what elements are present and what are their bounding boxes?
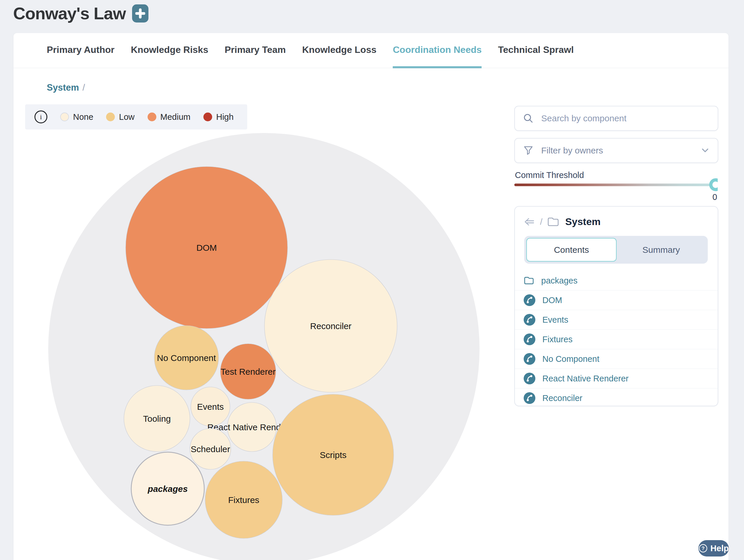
panel-contents-list: packagesDOMEventsFixturesNo ComponentRea… <box>515 271 718 408</box>
bubble-label: Reconciler <box>310 321 351 331</box>
component-icon <box>524 392 535 404</box>
panel-tab-summary[interactable]: Summary <box>617 238 706 262</box>
panel-tab-contents[interactable]: Contents <box>526 238 617 262</box>
panel-item-reconciler[interactable]: Reconciler <box>515 388 718 408</box>
system-panel-header: / System <box>524 216 600 227</box>
bubble-label: DOM <box>196 243 217 253</box>
bubble-label: Test Renderer <box>221 367 275 376</box>
panel-item-label: DOM <box>543 296 562 305</box>
bubble-label: Fixtures <box>228 495 260 505</box>
plus-icon <box>135 8 145 18</box>
bubble-label: packages <box>148 484 188 494</box>
component-icon <box>524 334 535 345</box>
component-icon <box>524 353 535 365</box>
component-icon <box>524 373 535 384</box>
panel-tab-switcher: ContentsSummary <box>524 236 708 264</box>
info-icon[interactable]: i <box>35 110 47 123</box>
svg-text:?: ? <box>702 546 705 551</box>
bubble-label: Scripts <box>320 450 346 460</box>
help-label: Help <box>710 544 729 553</box>
chevron-down-icon <box>701 146 709 155</box>
legend-dot-low <box>106 113 115 121</box>
legend-item-medium: Medium <box>148 112 190 122</box>
component-icon <box>524 294 535 306</box>
page: Conway's Law Primary AuthorKnowledge Ris… <box>0 0 744 560</box>
tab-coordination-needs[interactable]: Coordination Needs <box>393 44 482 68</box>
commit-threshold-slider[interactable]: 0 <box>514 177 718 204</box>
tab-knowledge-risks[interactable]: Knowledge Risks <box>131 44 208 68</box>
tab-primary-author[interactable]: Primary Author <box>47 44 115 68</box>
app-title-text: Conway's Law <box>13 3 126 23</box>
bubble-chart[interactable]: DOMReconcilerNo ComponentTest RendererEv… <box>0 126 497 560</box>
panel-item-dom[interactable]: DOM <box>515 290 718 310</box>
page-title: Conway's Law <box>13 3 148 23</box>
breadcrumb[interactable]: System/ <box>47 82 85 93</box>
breadcrumb-separator: / <box>82 82 85 92</box>
panel-item-react-native-renderer[interactable]: React Native Renderer <box>515 369 718 388</box>
component-icon <box>524 314 535 326</box>
system-panel: / System ContentsSummary packagesDOMEven… <box>514 206 718 406</box>
question-icon: ? <box>698 544 708 553</box>
legend-label: Medium <box>160 112 190 122</box>
breadcrumb-current[interactable]: System <box>47 82 79 92</box>
panel-item-label: Reconciler <box>543 394 583 403</box>
tab-technical-sprawl[interactable]: Technical Sprawl <box>498 44 573 68</box>
bubble-label: No Component <box>157 353 216 363</box>
panel-item-label: packages <box>541 276 578 286</box>
legend-label: Low <box>119 112 135 122</box>
folder-icon <box>524 276 534 285</box>
bubble-label: Tooling <box>143 414 171 423</box>
back-icon[interactable] <box>524 218 535 226</box>
help-button[interactable]: ? Help <box>698 540 729 557</box>
tab-bar: Primary AuthorKnowledge RisksPrimary Tea… <box>47 44 573 68</box>
filter-placeholder: Filter by owners <box>541 146 693 155</box>
panel-item-label: React Native Renderer <box>543 374 629 383</box>
bubble-label: Events <box>197 402 224 412</box>
panel-item-fixtures[interactable]: Fixtures <box>515 329 718 349</box>
legend-label: High <box>216 112 234 122</box>
search-input[interactable]: Search by component <box>541 113 709 123</box>
panel-item-no-component[interactable]: No Component <box>515 349 718 369</box>
panel-item-label: Fixtures <box>543 335 572 344</box>
panel-item-label: Events <box>543 315 568 325</box>
filter-icon <box>523 145 533 156</box>
slider-track[interactable] <box>514 184 718 186</box>
search-box[interactable]: Search by component <box>514 106 718 131</box>
search-icon <box>523 113 533 124</box>
bubble-label: Scheduler <box>190 444 230 454</box>
panel-title: System <box>565 216 600 227</box>
filter-owners-dropdown[interactable]: Filter by owners <box>514 138 718 163</box>
panel-item-events[interactable]: Events <box>515 310 718 329</box>
legend-item-low: Low <box>106 112 135 122</box>
tab-knowledge-loss[interactable]: Knowledge Loss <box>302 44 376 68</box>
legend-item-none: None <box>60 112 93 122</box>
slider-handle[interactable] <box>709 178 718 191</box>
legend-items: NoneLowMediumHigh <box>60 112 233 122</box>
legend-item-high: High <box>203 112 234 122</box>
legend-dot-medium <box>148 113 156 121</box>
slider-value: 0 <box>712 192 717 202</box>
legend-dot-high <box>203 113 212 121</box>
legend-label: None <box>73 112 93 122</box>
add-button[interactable] <box>132 4 148 23</box>
legend-dot-none <box>60 113 69 121</box>
tab-primary-team[interactable]: Primary Team <box>225 44 286 68</box>
folder-icon <box>547 217 559 227</box>
panel-breadcrumb-separator: / <box>540 217 543 227</box>
panel-item-label: No Component <box>543 354 599 364</box>
panel-item-packages[interactable]: packages <box>515 271 718 290</box>
